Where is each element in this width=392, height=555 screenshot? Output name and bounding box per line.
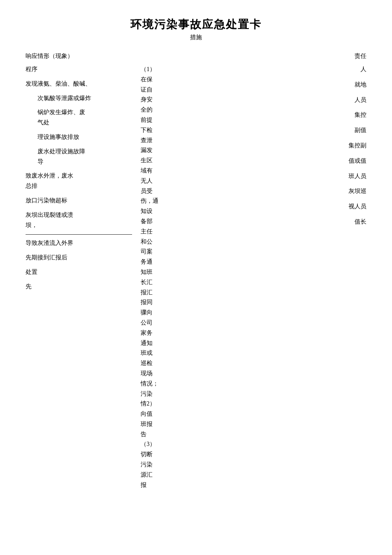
- situation-9: 导致灰渣流入外界: [26, 238, 132, 248]
- header-row: 响应情形（现象） 责任: [26, 50, 366, 63]
- measure-line-28: 通知: [141, 338, 217, 348]
- layout-outer: 响应情形（现象） 责任 程序 发现液氨、柴油、酸碱、 次氯酸等泄露或爆炸: [26, 50, 366, 490]
- measure-line-18: 和公: [141, 237, 217, 247]
- resp-ban-renyuan: 班人员: [222, 171, 366, 181]
- measure-line-23: 报汇: [141, 288, 217, 298]
- header-situation: 响应情形（现象）: [26, 52, 136, 60]
- situation-4: 理设施事故排放: [26, 132, 132, 142]
- measures-column: （1） 在保 证自 身安 全的 前提 下检 查泄 漏发 生区 域有 无人 员受 …: [136, 64, 222, 490]
- situation-header-label: 响应情形（现象）: [26, 53, 73, 59]
- measure-line-11: 域有: [141, 166, 217, 176]
- main-title: 环境污染事故应急处置卡: [26, 17, 366, 32]
- measure-line-13: 员受: [141, 186, 217, 196]
- resp-person-label: 人: [222, 64, 366, 75]
- resp-jikong: 集控: [222, 110, 366, 120]
- measure-line-10: 生区: [141, 155, 217, 166]
- measure-line-42: 报: [141, 480, 217, 490]
- measure-line-29: 班或: [141, 348, 217, 358]
- resp-fuzhi: 副值: [222, 125, 366, 135]
- resp-shi-renyuan: 视人员: [222, 201, 366, 212]
- measure-line-7: 下检: [141, 125, 217, 135]
- measure-line-35: 向值: [141, 409, 217, 419]
- measures-text-block: （1） 在保 证自 身安 全的 前提 下检 查泄 漏发 生区 域有 无人 员受 …: [141, 64, 217, 490]
- measure-line-16: 备部: [141, 216, 217, 227]
- measure-line-5: 全的: [141, 105, 217, 115]
- resp-zhi-or-zhi: 值或值: [222, 156, 366, 166]
- situation-12: 先: [26, 282, 132, 292]
- measure-line-30: 巡检: [141, 358, 217, 368]
- situation-procedure: 程序: [26, 64, 132, 75]
- measure-line-2: 在保: [141, 75, 217, 85]
- page-container: 环境污染事故应急处置卡 措施 响应情形（现象） 责任 程序 发现液氨、柴油、酸碱…: [26, 17, 366, 490]
- body-section: 程序 发现液氨、柴油、酸碱、 次氯酸等泄露或爆炸 锅炉发生爆炸、废气处 理设施事…: [26, 64, 366, 490]
- measure-line-27: 家务: [141, 328, 217, 338]
- header-responsibility: 责任: [281, 52, 366, 60]
- resp-huiba-xun: 灰坝巡: [222, 186, 366, 196]
- procedure-label: 程序: [26, 66, 37, 72]
- measure-line-37: 告: [141, 429, 217, 440]
- measure-line-41: 源汇: [141, 470, 217, 480]
- measure-line-6: 前提: [141, 115, 217, 125]
- subtitle: 措施: [26, 34, 366, 41]
- measure-line-14: 伤，通: [141, 196, 217, 206]
- measure-line-26: 公司: [141, 318, 217, 328]
- situation-6: 致废水外泄，废水总排: [26, 171, 132, 191]
- measure-line-1: （1）: [141, 64, 217, 75]
- measure-line-15: 知设: [141, 206, 217, 216]
- situation-3: 锅炉发生爆炸、废气处: [26, 107, 132, 128]
- measure-line-4: 身安: [141, 95, 217, 105]
- situation-5: 废水处理设施故障导: [26, 147, 132, 167]
- measure-line-9: 漏发: [141, 145, 217, 155]
- responsibility-header-label: 责任: [355, 53, 366, 59]
- measure-line-40: 污染: [141, 460, 217, 470]
- measure-line-34: 情2）: [141, 399, 217, 409]
- measure-line-33: 污染: [141, 389, 217, 399]
- measure-line-39: 切断: [141, 449, 217, 460]
- resp-renyuan: 人员: [222, 95, 366, 105]
- responsibility-column: 人 就地 人员 集控 副值 集控副 值或值: [222, 64, 366, 490]
- measure-line-36: 班报: [141, 419, 217, 429]
- resp-jiudi: 就地: [222, 80, 366, 90]
- situation-7: 放口污染物超标: [26, 196, 132, 206]
- measure-line-22: 长汇: [141, 277, 217, 288]
- situation-11: 处置: [26, 267, 132, 277]
- situation-2: 次氯酸等泄露或爆炸: [26, 93, 132, 104]
- measure-line-12: 无人: [141, 176, 217, 186]
- measure-line-25: 骤向: [141, 308, 217, 318]
- measure-line-32: 情况；: [141, 379, 217, 389]
- title-block: 环境污染事故应急处置卡 措施: [26, 17, 366, 41]
- situation-10: 先期接到汇报后: [26, 253, 132, 263]
- measure-line-3: 证自: [141, 85, 217, 95]
- resp-jikong-fu: 集控副: [222, 141, 366, 151]
- situation-8: 灰坝出现裂缝或溃坝，: [26, 210, 132, 230]
- situations-column: 程序 发现液氨、柴油、酸碱、 次氯酸等泄露或爆炸 锅炉发生爆炸、废气处 理设施事…: [26, 64, 136, 490]
- measure-line-31: 现场: [141, 368, 217, 379]
- measure-line-17: 主任: [141, 227, 217, 237]
- measure-line-20: 务通: [141, 257, 217, 267]
- resp-zhizhang: 值长: [222, 217, 366, 227]
- measure-line-24: 报同: [141, 297, 217, 308]
- separator-line: [26, 234, 132, 235]
- measure-line-19: 司案: [141, 247, 217, 257]
- measure-line-38: （3）: [141, 439, 217, 449]
- situation-1: 发现液氨、柴油、酸碱、: [26, 79, 132, 89]
- measure-line-8: 查泄: [141, 135, 217, 146]
- header-measures: [136, 52, 281, 60]
- measure-line-21: 知班: [141, 267, 217, 277]
